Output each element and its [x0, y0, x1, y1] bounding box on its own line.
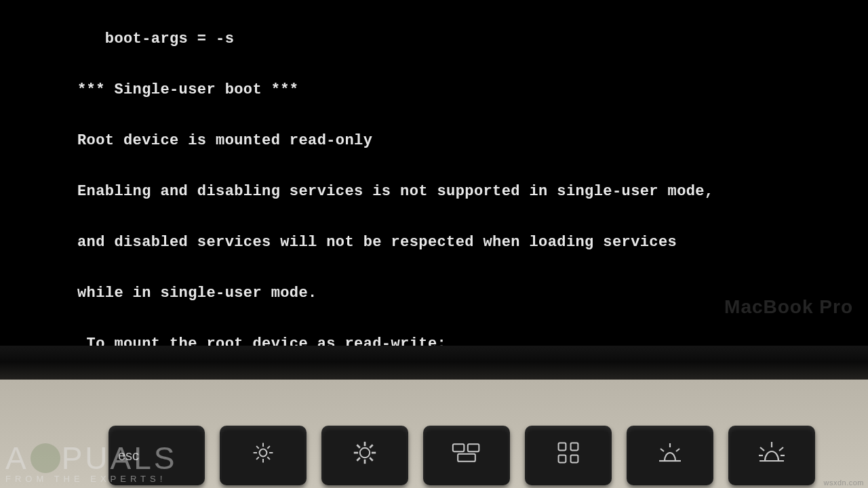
- svg-point-0: [260, 449, 267, 457]
- svg-rect-19: [468, 444, 479, 451]
- svg-line-15: [370, 458, 373, 461]
- scene: boot-args = -s *** Single-user boot *** …: [0, 0, 868, 488]
- svg-line-30: [779, 447, 783, 451]
- watermark-badge-icon: [31, 443, 60, 473]
- keyboard-backlight-up-key[interactable]: [728, 426, 815, 485]
- brightness-down-icon: [248, 441, 278, 470]
- svg-line-7: [256, 457, 259, 460]
- svg-line-17: [370, 445, 373, 448]
- terminal-line: boot-args = -s: [77, 30, 868, 47]
- svg-line-26: [660, 449, 664, 451]
- svg-rect-20: [458, 454, 475, 462]
- function-key-row: esc: [108, 426, 815, 485]
- watermark: APUALS FROM THE EXPERTS!: [5, 440, 178, 484]
- svg-point-9: [360, 448, 370, 458]
- keyboard-light-up-icon: [757, 441, 787, 470]
- keyboard-light-down-icon: [655, 441, 685, 470]
- svg-line-14: [357, 445, 360, 448]
- watermark-logo: APUALS: [5, 440, 178, 476]
- svg-rect-24: [571, 455, 578, 463]
- svg-line-6: [267, 457, 270, 460]
- svg-rect-23: [559, 455, 566, 463]
- svg-line-5: [256, 446, 259, 449]
- launchpad-icon: [553, 441, 583, 470]
- terminal-line: Root device is mounted read-only: [77, 132, 868, 149]
- terminal-line: Enabling and disabling services is not s…: [77, 183, 868, 200]
- launchpad-key[interactable]: [525, 426, 612, 485]
- terminal-line: *** Single-user boot ***: [77, 81, 868, 98]
- svg-rect-22: [571, 443, 578, 451]
- source-watermark: wsxdn.com: [823, 479, 864, 487]
- keyboard-backlight-down-key[interactable]: [627, 426, 713, 485]
- brightness-up-icon: [350, 441, 380, 470]
- svg-line-29: [760, 447, 764, 451]
- terminal-line: and disabled services will not be respec…: [77, 234, 868, 251]
- svg-rect-21: [559, 443, 566, 451]
- mission-control-key[interactable]: [423, 426, 510, 485]
- brightness-up-key[interactable]: [321, 426, 408, 485]
- svg-rect-18: [453, 444, 465, 451]
- terminal-screen: boot-args = -s *** Single-user boot *** …: [0, 0, 868, 346]
- watermark-tagline: FROM THE EXPERTS!: [5, 474, 178, 484]
- svg-line-27: [676, 449, 679, 451]
- laptop-model-label: MacBook Pro: [724, 298, 853, 315]
- svg-line-16: [357, 458, 360, 461]
- mission-control-icon: [452, 441, 481, 470]
- brightness-down-key[interactable]: [220, 426, 307, 485]
- svg-line-8: [267, 446, 270, 449]
